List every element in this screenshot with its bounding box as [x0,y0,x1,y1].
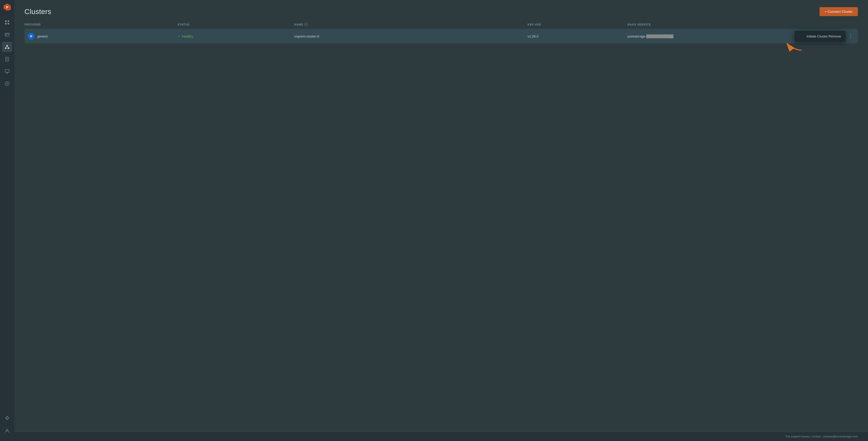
initiate-cluster-remove-item[interactable]: Initiate Cluster Remove [795,32,845,41]
row-actions: Initiate Cluster Remove [794,33,855,39]
svg-rect-5 [5,23,7,25]
sidebar: P [0,0,14,441]
svg-rect-6 [8,23,9,25]
sidebar-bottom [2,413,12,438]
kebab-menu-button[interactable]: ⋮ [846,33,855,39]
svg-rect-20 [5,70,9,72]
page-title: Clusters [25,8,51,16]
sidebar-item-billing[interactable] [2,30,12,40]
sidebar-item-help[interactable]: ? [2,79,12,89]
svg-line-14 [7,46,9,48]
svg-rect-4 [8,21,9,22]
svg-line-13 [6,46,7,48]
sidebar-item-extensions[interactable] [2,413,12,424]
svg-rect-3 [5,21,7,22]
cluster-name: onprem-cluster-6 [294,34,319,38]
dropdown-menu: Initiate Cluster Remove [795,31,845,42]
sidebar-item-dashboard[interactable] [2,17,12,28]
status-text: Healthy [182,34,193,38]
logo[interactable]: P [3,3,11,11]
provider-name: generic [37,34,48,38]
footer: For support issues, contact : pxbaas@pur… [14,432,868,441]
sidebar-nav: ? [2,17,12,413]
col-header-provider: PROVIDER [25,20,175,29]
name-info-icon[interactable]: i [304,23,308,26]
healthy-check-icon: ✓ [178,34,180,38]
col-header-k8s: K8S VER. [525,20,624,29]
col-header-baas: BAAS SERVICE [624,20,791,29]
provider-cell: ❄ generic [25,29,175,43]
sidebar-item-monitor[interactable] [2,66,12,77]
baas-cell: purestorage-████████████ [624,29,791,43]
svg-text:?: ? [6,82,8,86]
provider-icon: ❄ [28,33,35,40]
svg-rect-7 [5,33,9,36]
actions-cell: Initiate Cluster Remove [791,29,858,43]
k8s-version: v1.26.0 [528,34,538,38]
baas-service-text: purestorage-████████████ [627,34,674,38]
sidebar-item-clusters[interactable] [2,42,12,52]
table-container: PROVIDER STATUS NAME i K8S VER. [14,20,868,432]
table-body: ❄ generic ✓ Healthy onprem-cluster-6 [25,29,858,43]
main-content: Clusters + Connect Cluster PROVIDER STAT… [14,0,868,441]
header: Clusters + Connect Cluster [14,0,868,20]
table-header: PROVIDER STATUS NAME i K8S VER. [25,20,858,29]
col-header-name: NAME i [291,20,525,29]
connect-cluster-button[interactable]: + Connect Cluster [819,7,858,16]
status-cell: ✓ Healthy [175,29,291,43]
sidebar-item-user[interactable] [2,426,12,436]
svg-text:P: P [6,5,8,9]
svg-point-10 [6,45,8,47]
clusters-table: PROVIDER STATUS NAME i K8S VER. [25,20,858,43]
col-header-actions [791,20,858,29]
support-text: For support issues, contact : pxbaas@pur… [786,435,858,438]
svg-rect-9 [6,35,7,35]
sidebar-item-reports[interactable] [2,54,12,64]
col-header-status: STATUS [175,20,291,29]
table-row: ❄ generic ✓ Healthy onprem-cluster-6 [25,29,858,43]
k8s-version-cell: v1.26.0 [525,29,624,43]
cluster-name-cell: onprem-cluster-6 [291,29,525,43]
